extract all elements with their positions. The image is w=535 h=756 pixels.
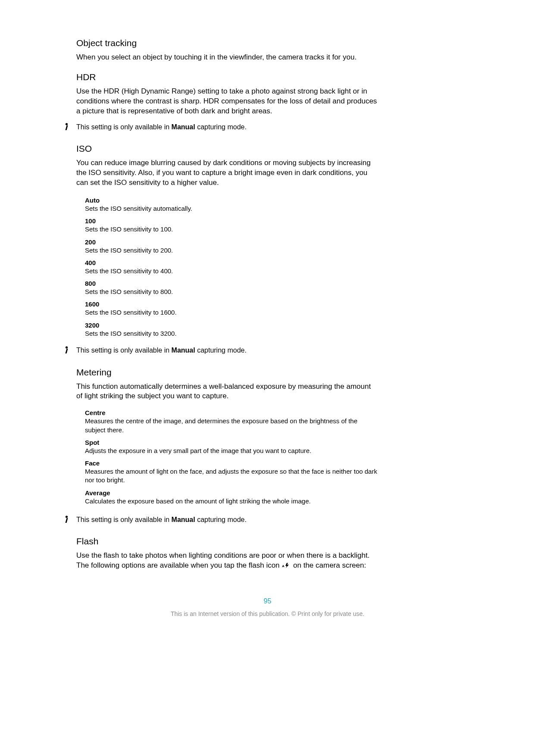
option-desc: Sets the ISO sensitivity to 1600. (85, 308, 378, 317)
auto-flash-icon: A (282, 562, 291, 572)
heading-flash: Flash (76, 536, 378, 547)
heading-object-tracking: Object tracking (76, 38, 378, 48)
note-text-bold: Manual (172, 123, 195, 131)
metering-options-list: CentreMeasures the centre of the image, … (85, 409, 378, 506)
option-desc: Adjusts the exposure in a very small par… (85, 447, 378, 455)
note-iso-text: This setting is only available in Manual… (76, 346, 247, 355)
option-desc: Sets the ISO sensitivity to 400. (85, 267, 378, 275)
note-text-bold: Manual (172, 516, 195, 523)
option-title: Spot (85, 439, 378, 446)
option-desc: Measures the centre of the image, and de… (85, 417, 378, 434)
note-hdr: This setting is only available in Manual… (64, 122, 378, 132)
page-number: 95 (0, 597, 535, 605)
option-title: 400 (85, 259, 378, 266)
option-title: 100 (85, 217, 378, 225)
option-title: Average (85, 489, 378, 497)
body-metering: This function automatically determines a… (76, 382, 378, 402)
option-title: Face (85, 459, 378, 467)
option-desc: Sets the ISO sensitivity to 800. (85, 287, 378, 296)
note-hdr-text: This setting is only available in Manual… (76, 122, 247, 132)
info-icon (64, 122, 76, 130)
note-text-pre: This setting is only available in (76, 347, 172, 354)
footer-text: This is an Internet version of this publ… (0, 610, 535, 617)
option-desc: Sets the ISO sensitivity to 3200. (85, 329, 378, 338)
option-title: Centre (85, 409, 378, 416)
note-text-bold: Manual (172, 347, 195, 354)
note-iso: This setting is only available in Manual… (64, 346, 378, 355)
option-title: 200 (85, 238, 378, 246)
body-object-tracking: When you select an object by touching it… (76, 53, 378, 62)
option-title: 1600 (85, 300, 378, 308)
option-desc: Sets the ISO sensitivity automatically. (85, 204, 378, 213)
heading-iso: ISO (76, 144, 378, 154)
note-text-post: capturing mode. (195, 347, 247, 354)
heading-hdr: HDR (76, 72, 378, 82)
option-title: 800 (85, 280, 378, 287)
option-desc: Sets the ISO sensitivity to 100. (85, 225, 378, 234)
note-text-post: capturing mode. (195, 516, 247, 523)
svg-point-0 (66, 123, 68, 125)
info-icon (64, 346, 76, 353)
body-hdr: Use the HDR (High Dynamic Range) setting… (76, 87, 378, 116)
body-flash: Use the flash to take photos when lighti… (76, 551, 378, 572)
note-text-post: capturing mode. (195, 123, 247, 131)
option-title: 3200 (85, 322, 378, 329)
option-title: Auto (85, 197, 378, 204)
svg-point-1 (66, 346, 68, 348)
option-desc: Measures the amount of light on the face… (85, 467, 378, 485)
body-iso: You can reduce image blurring caused by … (76, 158, 378, 188)
flash-body-post: on the camera screen: (291, 561, 366, 569)
svg-text:A: A (282, 564, 285, 568)
heading-metering: Metering (76, 367, 378, 378)
iso-options-list: AutoSets the ISO sensitivity automatical… (85, 197, 378, 338)
svg-point-2 (66, 515, 68, 518)
option-desc: Sets the ISO sensitivity to 200. (85, 246, 378, 255)
note-metering-text: This setting is only available in Manual… (76, 515, 247, 525)
note-metering: This setting is only available in Manual… (64, 515, 378, 525)
info-icon (64, 515, 76, 523)
note-text-pre: This setting is only available in (76, 123, 172, 131)
option-desc: Calculates the exposure based on the amo… (85, 497, 378, 506)
note-text-pre: This setting is only available in (76, 516, 172, 523)
